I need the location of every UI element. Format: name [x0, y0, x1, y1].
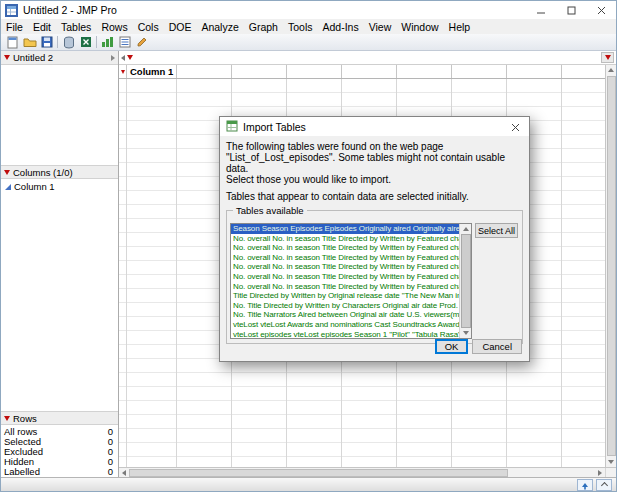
- scroll-left-button[interactable]: [119, 468, 129, 477]
- up-arrow-icon: [581, 476, 589, 492]
- scroll-right-button[interactable]: [595, 468, 605, 477]
- tables-available-group: Tables available Season Season Episodes …: [226, 210, 523, 344]
- table-list-item[interactable]: No. overall No. in season Title Directed…: [231, 272, 459, 282]
- menu-rows[interactable]: Rows: [96, 19, 132, 34]
- table-list-item[interactable]: Season Season Episodes Episodes Original…: [231, 224, 459, 234]
- rowstat-selected[interactable]: Selected 0: [1, 436, 118, 446]
- table-list-item[interactable]: vteLost vteLost Awards and nominations C…: [231, 320, 459, 330]
- empty-column-header: [507, 65, 562, 78]
- grid-corner-cell[interactable]: [119, 65, 127, 78]
- rowstat-hidden[interactable]: Hidden 0: [1, 456, 118, 466]
- table-panel-title: Untitled 2: [13, 52, 53, 63]
- menu-view[interactable]: View: [364, 19, 397, 34]
- table-list-item[interactable]: No. overall No. in season Title Directed…: [231, 282, 459, 292]
- scroll-up-button[interactable]: [606, 65, 616, 75]
- group-content-row: Season Season Episodes Episodes Original…: [230, 223, 519, 339]
- table-list-item[interactable]: No. Title Directed by Written by Charact…: [231, 301, 459, 311]
- excel-import-icon[interactable]: [77, 35, 94, 50]
- maximize-button[interactable]: [556, 1, 586, 19]
- annotate-pencil-icon[interactable]: [133, 35, 150, 50]
- menu-help[interactable]: Help: [444, 19, 476, 34]
- open-icon[interactable]: [21, 35, 38, 50]
- menu-doe[interactable]: DOE: [164, 19, 197, 34]
- horizontal-scrollbar[interactable]: [119, 468, 605, 477]
- tables-available-label: Tables available: [233, 205, 307, 216]
- graph-builder-icon[interactable]: [99, 35, 116, 50]
- cancel-button[interactable]: Cancel: [472, 339, 522, 354]
- database-icon[interactable]: [60, 35, 77, 50]
- jmp-window: Untitled 2 - JMP Pro File Edit Tables Ro…: [0, 0, 617, 492]
- dialog-close-button[interactable]: [502, 117, 529, 136]
- close-button[interactable]: [586, 1, 616, 19]
- rowstat-labelled[interactable]: Labelled 0: [1, 466, 118, 476]
- table-red-triangle-icon[interactable]: [4, 55, 10, 60]
- listbox-scrollbar-thumb[interactable]: [461, 234, 471, 328]
- horizontal-scrollbar-thumb[interactable]: [129, 469, 508, 477]
- tables-list: Season Season Episodes Episodes Original…: [231, 224, 459, 338]
- caret-up-icon: [600, 482, 607, 489]
- menu-tables[interactable]: Tables: [56, 19, 96, 34]
- table-menu-red-triangle-icon[interactable]: [127, 55, 133, 60]
- empty-column-header: [287, 65, 342, 78]
- menu-edit[interactable]: Edit: [28, 19, 56, 34]
- column-header-column1[interactable]: Column 1: [127, 65, 177, 78]
- scroll-up-icon: [608, 68, 614, 72]
- columns-red-triangle-icon[interactable]: [4, 170, 10, 175]
- status-bar: [1, 477, 616, 491]
- collapse-sidebar-icon[interactable]: [121, 55, 125, 61]
- grid-top-strip: [119, 51, 616, 65]
- rowstat-excluded[interactable]: Excluded 0: [1, 446, 118, 456]
- new-data-table-icon[interactable]: [4, 35, 21, 50]
- intro-line: Select those you would like to import.: [226, 174, 523, 185]
- menu-tools[interactable]: Tools: [283, 19, 318, 34]
- scroll-to-top-button[interactable]: [577, 479, 593, 491]
- toolbar-separator: [96, 36, 97, 48]
- expand-status-button[interactable]: [596, 479, 612, 491]
- column-list-item[interactable]: Column 1: [1, 181, 118, 192]
- scroll-right-icon: [598, 470, 602, 476]
- dialog-intro-text: The following tables were found on the w…: [226, 141, 523, 185]
- menu-window[interactable]: Window: [396, 19, 443, 34]
- tables-listbox[interactable]: Season Season Episodes Episodes Original…: [230, 223, 472, 339]
- rowstat-all-rows[interactable]: All rows 0: [1, 426, 118, 436]
- column-item-label: Column 1: [14, 181, 55, 192]
- grid-column: [562, 79, 605, 467]
- scroll-down-icon: [463, 331, 469, 335]
- table-list-item[interactable]: No. overall No. in season Title Directed…: [231, 262, 459, 272]
- minimize-button[interactable]: [526, 1, 556, 19]
- vertical-scrollbar[interactable]: [605, 65, 616, 467]
- empty-column-header: [342, 65, 397, 78]
- save-icon[interactable]: [38, 35, 55, 50]
- table-list-item[interactable]: vteLost episodes vteLost episodes Season…: [231, 330, 459, 339]
- menu-analyze[interactable]: Analyze: [196, 19, 243, 34]
- vertical-scrollbar-thumb[interactable]: [607, 76, 616, 456]
- table-properties-box[interactable]: [601, 52, 614, 63]
- listbox-scrollbar[interactable]: [459, 224, 471, 338]
- panel-expand-icon[interactable]: [111, 55, 115, 61]
- menu-cols[interactable]: Cols: [133, 19, 164, 34]
- rows-red-triangle-icon[interactable]: [4, 416, 10, 421]
- menu-file[interactable]: File: [1, 19, 28, 34]
- empty-column-header: [452, 65, 507, 78]
- scroll-up-icon: [463, 227, 469, 231]
- grid-header-row: Column 1: [119, 65, 605, 79]
- listbox-scroll-down-button[interactable]: [460, 328, 471, 338]
- rowstat-value: 0: [108, 466, 113, 477]
- select-all-button[interactable]: Select All: [475, 223, 518, 238]
- table-list-item[interactable]: Title Directed by Written by Original re…: [231, 291, 459, 301]
- table-list-item[interactable]: No. overall No. in season Title Directed…: [231, 243, 459, 253]
- scroll-left-icon: [122, 470, 126, 476]
- sidebar: Untitled 2 Columns (1/0) Column 1 Rows: [1, 51, 119, 477]
- dialog-title-bar: Import Tables: [220, 117, 529, 136]
- ok-button[interactable]: OK: [435, 339, 469, 354]
- menu-addins[interactable]: Add-Ins: [317, 19, 363, 34]
- table-panel-body: [1, 65, 118, 165]
- menu-graph[interactable]: Graph: [244, 19, 283, 34]
- listbox-scroll-up-button[interactable]: [460, 224, 471, 234]
- table-list-item[interactable]: No. overall No. in season Title Directed…: [231, 234, 459, 244]
- table-list-item[interactable]: No. overall No. in season Title Directed…: [231, 253, 459, 263]
- list-icon[interactable]: [116, 35, 133, 50]
- table-list-item[interactable]: No. Title Narrators Aired between Origin…: [231, 310, 459, 320]
- scrollbar-corner: [605, 468, 616, 477]
- scroll-down-button[interactable]: [606, 457, 616, 467]
